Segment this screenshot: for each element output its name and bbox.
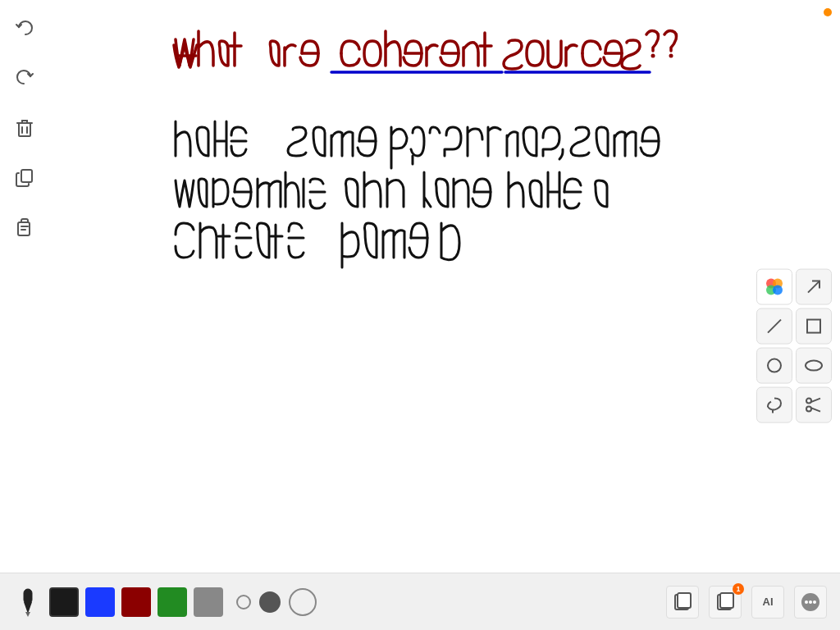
ai-button[interactable]: AI [751, 586, 784, 619]
scissors-tool-button[interactable] [796, 387, 832, 423]
handwriting-canvas [49, 0, 840, 573]
svg-point-29 [768, 359, 781, 372]
svg-point-7 [651, 54, 655, 58]
svg-rect-15 [678, 593, 691, 608]
left-toolbar [0, 0, 49, 630]
more-options-button[interactable] [794, 586, 827, 619]
color-gray-swatch[interactable] [194, 587, 223, 617]
redo-button[interactable] [11, 66, 38, 92]
ellipse-tool-button[interactable] [796, 348, 832, 384]
svg-point-25 [773, 285, 783, 295]
color-green-swatch[interactable] [158, 587, 187, 617]
svg-rect-28 [807, 320, 820, 333]
svg-point-32 [806, 399, 811, 404]
stroke-size-small[interactable] [236, 595, 251, 609]
notification-dot [824, 8, 832, 16]
bottom-toolbar: 1 AI [0, 573, 840, 630]
svg-line-35 [811, 408, 821, 412]
svg-line-34 [811, 399, 821, 403]
svg-marker-13 [25, 612, 30, 617]
pen-tool-button[interactable] [13, 587, 43, 617]
svg-rect-11 [24, 589, 32, 604]
svg-point-8 [669, 54, 673, 58]
stroke-size-large[interactable] [289, 588, 317, 616]
svg-rect-17 [720, 593, 733, 608]
svg-point-33 [806, 407, 811, 412]
lasso-tool-button[interactable] [756, 387, 792, 423]
color-blue-swatch[interactable] [85, 587, 115, 617]
color-black-swatch[interactable] [49, 587, 79, 617]
svg-rect-0 [19, 123, 30, 136]
svg-rect-3 [21, 170, 32, 182]
arrow-tool-button[interactable] [796, 269, 832, 305]
pages-button[interactable] [666, 586, 699, 619]
undo-button[interactable] [11, 16, 38, 43]
line-tool-button[interactable] [756, 308, 792, 345]
paste-button[interactable] [11, 213, 38, 240]
layers-button[interactable]: 1 [709, 586, 742, 619]
copy-button[interactable] [11, 164, 38, 190]
svg-line-26 [808, 281, 819, 293]
rect-tool-button[interactable] [796, 308, 832, 345]
circle-tool-button[interactable] [756, 348, 792, 384]
photos-button[interactable] [756, 269, 792, 305]
svg-line-27 [768, 320, 781, 333]
svg-point-19 [805, 600, 808, 604]
svg-point-20 [809, 600, 812, 604]
color-darkred-swatch[interactable] [121, 587, 151, 617]
right-tool-panel [756, 269, 832, 423]
svg-point-30 [806, 361, 822, 371]
svg-point-21 [813, 600, 816, 604]
svg-marker-12 [24, 602, 32, 614]
stroke-size-medium[interactable] [259, 591, 281, 613]
canvas-area[interactable] [49, 0, 840, 573]
delete-button[interactable] [11, 115, 38, 141]
